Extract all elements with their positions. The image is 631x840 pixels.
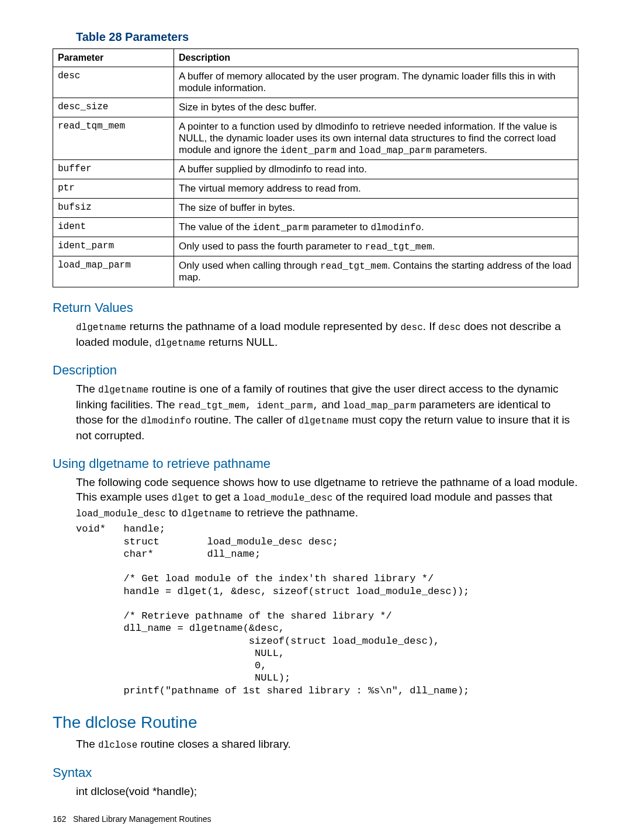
param-name: ident — [53, 218, 174, 237]
table-row: ptr The virtual memory address to read f… — [53, 179, 578, 199]
param-name: read_tqm_mem — [53, 117, 174, 160]
th-description: Description — [174, 49, 578, 67]
heading-return-values: Return Values — [53, 300, 578, 315]
table-row: ident_parm Only used to pass the fourth … — [53, 237, 578, 256]
heading-using-dlgetname: Using dlgetname to retrieve pathname — [53, 456, 578, 471]
param-name: load_map_parm — [53, 256, 174, 287]
code-block: void* handle; struct load_module_desc de… — [76, 523, 578, 697]
parameters-table: Parameter Description desc A buffer of m… — [53, 48, 578, 287]
page: Table 28 Parameters Parameter Descriptio… — [0, 0, 631, 840]
param-desc: A buffer supplied by dlmodinfo to read i… — [174, 160, 578, 179]
heading-syntax: Syntax — [53, 765, 578, 780]
param-name: ptr — [53, 179, 174, 199]
table-row: read_tqm_mem A pointer to a function use… — [53, 117, 578, 160]
table-row: desc_size Size in bytes of the desc buff… — [53, 98, 578, 117]
th-parameter: Parameter — [53, 49, 174, 67]
return-values-text: dlgetname returns the pathname of a load… — [76, 319, 578, 350]
param-desc: A pointer to a function used by dlmodinf… — [174, 117, 578, 160]
table-title: Table 28 Parameters — [76, 30, 578, 44]
description-text: The dlgetname routine is one of a family… — [76, 381, 578, 443]
page-footer: 162 Shared Library Management Routines — [53, 814, 212, 824]
dlclose-text: The dlclose routine closes a shared libr… — [76, 737, 578, 752]
using-text: The following code sequence shows how to… — [76, 475, 578, 521]
param-desc: Only used to pass the fourth parameter t… — [174, 237, 578, 256]
param-desc: Size in bytes of the desc buffer. — [174, 98, 578, 117]
footer-section: Shared Library Management Routines — [73, 814, 212, 824]
param-name: bufsiz — [53, 199, 174, 218]
heading-dlclose-routine: The dlclose Routine — [53, 713, 578, 732]
table-row: buffer A buffer supplied by dlmodinfo to… — [53, 160, 578, 179]
syntax-text: int dlclose(void *handle); — [76, 784, 578, 799]
heading-description: Description — [53, 363, 578, 378]
param-desc: The value of the ident_parm parameter to… — [174, 218, 578, 237]
param-name: desc — [53, 67, 174, 98]
param-name: desc_size — [53, 98, 174, 117]
param-desc: The virtual memory address to read from. — [174, 179, 578, 199]
table-row: ident The value of the ident_parm parame… — [53, 218, 578, 237]
param-name: buffer — [53, 160, 174, 179]
param-desc: Only used when calling through read_tgt_… — [174, 256, 578, 287]
param-desc: A buffer of memory allocated by the user… — [174, 67, 578, 98]
param-desc: The size of buffer in bytes. — [174, 199, 578, 218]
table-row: desc A buffer of memory allocated by the… — [53, 67, 578, 98]
page-number: 162 — [53, 814, 66, 824]
param-name: ident_parm — [53, 237, 174, 256]
table-row: load_map_parm Only used when calling thr… — [53, 256, 578, 287]
table-row: bufsiz The size of buffer in bytes. — [53, 199, 578, 218]
